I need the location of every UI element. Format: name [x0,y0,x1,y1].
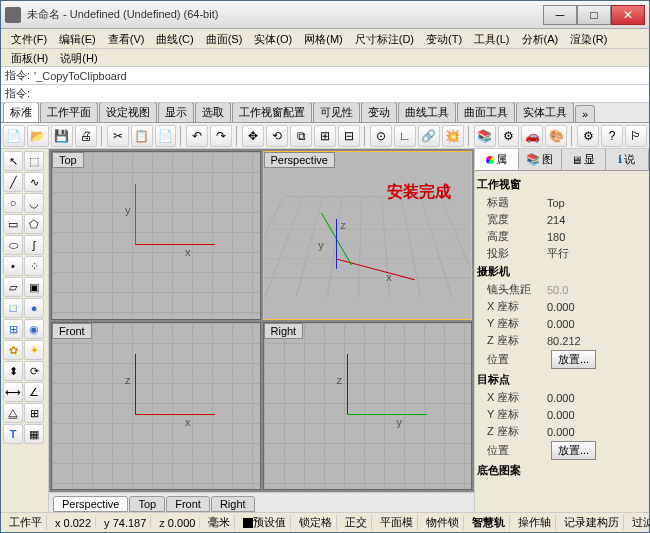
copy-obj-icon[interactable]: ⧉ [290,125,312,147]
plugin-icon[interactable]: ✿ [3,340,23,360]
menu-surface[interactable]: 曲面(S) [200,31,249,46]
angle-icon[interactable]: ∠ [24,382,44,402]
mesh-icon[interactable]: ⊞ [3,319,23,339]
circle-icon[interactable]: ○ [3,193,23,213]
redo-icon[interactable]: ↷ [210,125,232,147]
arc-icon[interactable]: ◡ [24,193,44,213]
point-icon[interactable]: • [3,256,23,276]
rptab-help[interactable]: ℹ说 [606,149,650,170]
snap-icon[interactable]: ⊙ [370,125,392,147]
flag-icon[interactable]: 🏳 [625,125,647,147]
menu-render[interactable]: 渲染(R) [564,31,613,46]
menu-help[interactable]: 说明(H) [54,50,103,65]
properties-icon[interactable]: ⚙ [498,125,520,147]
tab-setview[interactable]: 设定视图 [99,103,157,122]
place-camera-button[interactable]: 放置... [551,350,596,369]
join-icon[interactable]: 🔗 [418,125,440,147]
curve-icon[interactable]: ∫ [24,235,44,255]
close-button[interactable]: ✕ [611,5,645,25]
status-units[interactable]: 毫米 [204,515,235,530]
move-icon[interactable]: ✥ [242,125,264,147]
group-icon[interactable]: ⊞ [314,125,336,147]
open-icon[interactable]: 📂 [27,125,49,147]
menu-mesh[interactable]: 网格(M) [298,31,349,46]
tab-overflow[interactable]: » [575,105,595,122]
sphere-icon[interactable]: ● [24,298,44,318]
hatch-icon[interactable]: ▦ [24,424,44,444]
rect-icon[interactable]: ▭ [3,214,23,234]
cylinder-icon[interactable]: ◉ [24,319,44,339]
ungroup-icon[interactable]: ⊟ [338,125,360,147]
command-input[interactable] [34,87,645,101]
lasso-icon[interactable]: ⬚ [24,151,44,171]
gear-icon[interactable]: ⚙ [577,125,599,147]
tab-cplane[interactable]: 工作平面 [40,103,98,122]
menu-solid[interactable]: 实体(O) [248,31,298,46]
array-icon[interactable]: ⊞ [24,403,44,423]
text-icon[interactable]: T [3,424,23,444]
minimize-button[interactable]: ─ [543,5,577,25]
vptab-right[interactable]: Right [211,496,255,512]
status-layer[interactable]: 预设值 [239,515,291,530]
tab-display[interactable]: 显示 [158,103,194,122]
ortho-icon[interactable]: ∟ [394,125,416,147]
ellipse-icon[interactable]: ⬭ [3,235,23,255]
tab-surface-tools[interactable]: 曲面工具 [457,103,515,122]
surface-icon[interactable]: ▱ [3,277,23,297]
viewport-perspective[interactable]: Perspective xyz 安装完成 [263,151,473,320]
vptab-front[interactable]: Front [166,496,210,512]
place-target-button[interactable]: 放置... [551,441,596,460]
rotate-icon[interactable]: ⟲ [266,125,288,147]
tab-curve-tools[interactable]: 曲线工具 [398,103,456,122]
status-gridsnap[interactable]: 锁定格 [295,515,337,530]
menu-file[interactable]: 文件(F) [5,31,53,46]
tab-standard[interactable]: 标准 [3,103,39,122]
help-icon[interactable]: ? [601,125,623,147]
status-osnap[interactable]: 物件锁 [422,515,464,530]
new-icon[interactable]: 📄 [3,125,25,147]
extrude-icon[interactable]: ⬍ [3,361,23,381]
line-icon[interactable]: ╱ [3,172,23,192]
render-icon[interactable]: 🎨 [545,125,567,147]
status-gumball[interactable]: 操作轴 [514,515,556,530]
explode-icon[interactable]: 💥 [442,125,464,147]
menu-view[interactable]: 查看(V) [102,31,151,46]
undo-icon[interactable]: ↶ [186,125,208,147]
maximize-button[interactable]: □ [577,5,611,25]
rptab-layers[interactable]: 📚图 [519,149,563,170]
menu-dimension[interactable]: 尺寸标注(D) [349,31,420,46]
car-icon[interactable]: 🚗 [521,125,543,147]
viewport-right[interactable]: Right yz [263,322,473,491]
menu-edit[interactable]: 编辑(E) [53,31,102,46]
viewport-front[interactable]: Front xz [51,322,261,491]
status-ortho[interactable]: 正交 [341,515,372,530]
tab-viewport-layout[interactable]: 工作视窗配置 [232,103,312,122]
menu-curve[interactable]: 曲线(C) [150,31,199,46]
solid-icon[interactable]: ▣ [24,277,44,297]
copy-icon[interactable]: 📋 [131,125,153,147]
status-history[interactable]: 记录建构历 [560,515,624,530]
menu-transform[interactable]: 变动(T) [420,31,468,46]
status-smarttrack[interactable]: 智慧轨 [468,515,510,530]
vptab-perspective[interactable]: Perspective [53,496,128,512]
save-icon[interactable]: 💾 [51,125,73,147]
viewport-top[interactable]: Top xy [51,151,261,320]
status-filter[interactable]: 过滤 [628,515,649,530]
menu-tools[interactable]: 工具(L) [468,31,515,46]
status-cplane[interactable]: 工作平 [5,515,47,530]
rptab-properties[interactable]: 属 [475,149,519,170]
polygon-icon[interactable]: ⬠ [24,214,44,234]
vptab-top[interactable]: Top [129,496,165,512]
dim-icon[interactable]: ⟷ [3,382,23,402]
pointer-icon[interactable]: ↖ [3,151,23,171]
tab-select[interactable]: 选取 [195,103,231,122]
rptab-display[interactable]: 🖥显 [562,149,606,170]
layer-icon[interactable]: 📚 [474,125,496,147]
tab-solid-tools[interactable]: 实体工具 [516,103,574,122]
polyline-icon[interactable]: ∿ [24,172,44,192]
paste-icon[interactable]: 📄 [155,125,177,147]
cut-icon[interactable]: ✂ [107,125,129,147]
points-icon[interactable]: ⁘ [24,256,44,276]
print-icon[interactable]: 🖨 [75,125,97,147]
tab-transform[interactable]: 变动 [361,103,397,122]
